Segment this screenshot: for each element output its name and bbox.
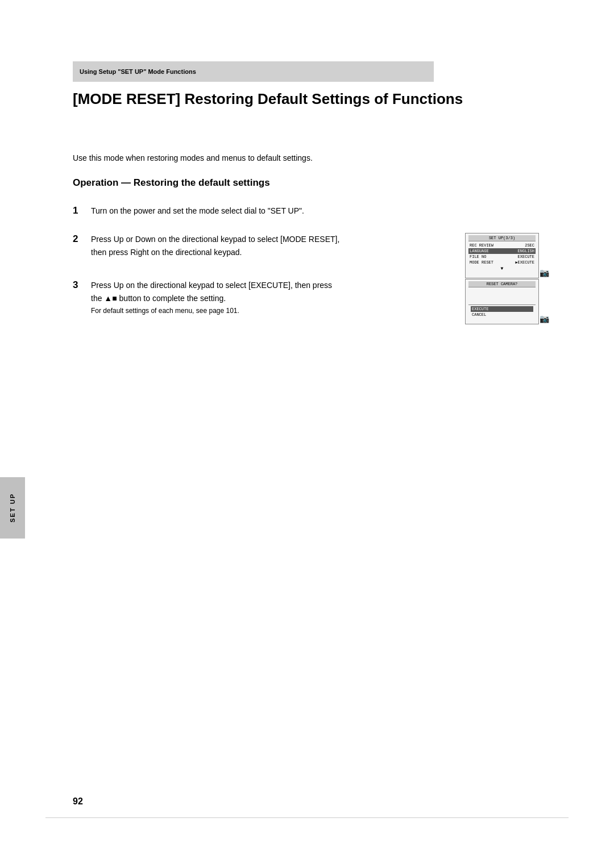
camera-icon-2: 📷: [540, 314, 549, 323]
step-1-content: Turn on the power and set the mode selec…: [91, 205, 341, 217]
step-2: 2 Press Up or Down on the directional ke…: [73, 233, 539, 258]
page-container: Using Setup "SET UP" Mode Functions [MOD…: [0, 0, 614, 868]
screen1-row-2: LANGUAGEENGLISH: [468, 248, 536, 254]
steps-container: 1 Turn on the power and set the mode sel…: [73, 205, 539, 332]
step-3-content: Press Up on the directional keypad to se…: [91, 279, 341, 316]
setup-tab: SET UP: [0, 477, 25, 539]
section-heading: Operation — Restoring the default settin…: [73, 177, 270, 189]
header-bar: Using Setup "SET UP" Mode Functions: [73, 61, 434, 82]
step-3-number: 3: [73, 279, 91, 316]
screen1-row-3: FILE NOEXECUTE: [468, 254, 536, 260]
step-1-text: Turn on the power and set the mode selec…: [91, 206, 304, 215]
lcd-screen-1: SET UP(3/3) REC REVIEW2SEC LANGUAGEENGLI…: [465, 233, 539, 278]
step-2-number: 2: [73, 233, 91, 258]
page-number: 92: [73, 796, 83, 807]
screen1-arrow: ▼: [468, 266, 536, 271]
screen-mockup-1: SET UP(3/3) REC REVIEW2SEC LANGUAGEENGLI…: [465, 233, 539, 278]
bottom-divider: [45, 817, 569, 818]
screen2-header: RESET CAMERA?: [468, 281, 536, 287]
step-1: 1 Turn on the power and set the mode sel…: [73, 205, 539, 217]
step-1-number: 1: [73, 205, 91, 217]
step-3-note: For default settings of each menu, see p…: [91, 306, 341, 316]
page-title: [MODE RESET] Restoring Default Settings …: [73, 90, 539, 109]
screen2-cancel-row: CANCEL: [471, 312, 533, 318]
screen1-row-4: MODE RESET▶EXECUTE: [468, 260, 536, 265]
setup-tab-label: SET UP: [9, 493, 16, 523]
header-bar-text: Using Setup "SET UP" Mode Functions: [80, 68, 196, 75]
lcd-screen-2: RESET CAMERA? EXECUTE CANCEL: [465, 279, 539, 324]
screen2-execute-row: EXECUTE: [471, 306, 533, 312]
screen-mockup-2: RESET CAMERA? EXECUTE CANCEL 📷: [465, 279, 539, 324]
step-3: 3 Press Up on the directional keypad to …: [73, 279, 539, 316]
step-2-text: Press Up or Down on the directional keyp…: [91, 235, 339, 256]
intro-text: Use this mode when restoring modes and m…: [73, 152, 425, 164]
step-3-text: Press Up on the directional keypad to se…: [91, 281, 332, 302]
screen1-row-1: REC REVIEW2SEC: [468, 243, 536, 248]
step-2-content: Press Up or Down on the directional keyp…: [91, 233, 341, 258]
camera-icon-1: 📷: [540, 268, 549, 277]
screen1-header: SET UP(3/3): [468, 235, 536, 241]
